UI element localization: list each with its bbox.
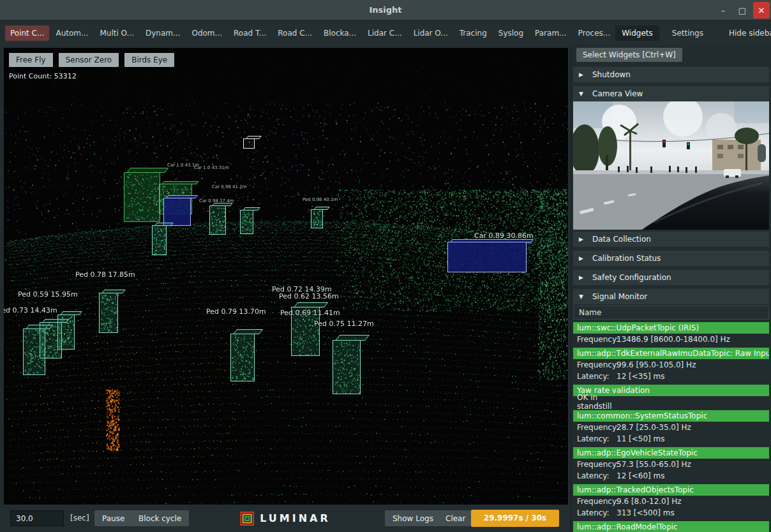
metric-label: Frequency: bbox=[577, 360, 617, 369]
tab-lidar-o[interactable]: Lidar O... bbox=[408, 26, 453, 41]
signal-metric: Frequency:57.3 [55.0-65.0] Hz bbox=[573, 459, 769, 470]
titlebar: Insight – □ ✕ bbox=[0, 0, 771, 20]
metric-label: Frequency: bbox=[577, 460, 617, 469]
maximize-button[interactable]: □ bbox=[734, 2, 751, 18]
signal-metric: Latency:11 [<50] ms bbox=[573, 433, 769, 445]
metric-label: Latency: bbox=[577, 372, 617, 381]
metric-value: 57.3 [55.0-65.0] Hz bbox=[617, 460, 691, 469]
sensor-zero-button[interactable]: Sensor Zero bbox=[59, 53, 119, 67]
minimize-button[interactable]: – bbox=[715, 2, 731, 18]
signal-status-title: lum::adp::EgoVehicleStateTopic bbox=[573, 447, 769, 459]
widgets-sidebar: Select Widgets [Ctrl+W] ▶ Shutdown ▼ Cam… bbox=[571, 45, 771, 532]
signal-row: lum::adp::EgoVehicleStateTopicFrequency:… bbox=[573, 447, 769, 482]
show-logs-button[interactable]: Show Logs bbox=[385, 510, 441, 526]
section-signal-monitor[interactable]: ▼ Signal Monitor bbox=[573, 289, 769, 304]
section-label: Camera View bbox=[592, 89, 643, 98]
section-label: Safety Configuration bbox=[592, 273, 671, 282]
signal-row: lum::adp::RoadModelTopic bbox=[573, 521, 769, 532]
tab-multi-o[interactable]: Multi O... bbox=[94, 26, 139, 41]
tab-syslog[interactable]: Syslog bbox=[493, 26, 528, 41]
point-count: Point Count: 53312 bbox=[9, 72, 77, 80]
tab-road-c[interactable]: Road C... bbox=[273, 26, 317, 41]
section-label: Shutdown bbox=[592, 70, 631, 79]
section-label: Calibration Status bbox=[592, 254, 661, 263]
signal-monitor-rows: lum::swc::UdpPacketTopic (IRIS)Frequency… bbox=[573, 322, 769, 532]
metric-value: 13486.9 [8600.0-18400.0] Hz bbox=[617, 335, 730, 344]
hide-sidebar-button[interactable]: Hide sidebar [Ctrl+H] bbox=[729, 29, 771, 38]
lidar-viewport[interactable]: Ped 0.78 17.85mPed 0.59 15.95mPed 0.73 1… bbox=[4, 48, 568, 505]
chevron-down-icon: ▼ bbox=[579, 91, 585, 97]
signal-row: lum::common::SystemStatusTopicFrequency:… bbox=[573, 410, 769, 445]
section-shutdown[interactable]: ▶ Shutdown bbox=[573, 67, 769, 82]
signal-metric: Frequency:28.7 [25.0-35.0] Hz bbox=[573, 422, 769, 433]
sidebar-tab-group: WidgetsSettings Hide sidebar [Ctrl+H] bbox=[615, 26, 771, 41]
tab-blocka[interactable]: Blocka... bbox=[318, 26, 361, 41]
metric-label: Frequency: bbox=[577, 423, 617, 432]
metric-label: Frequency: bbox=[577, 335, 617, 344]
signal-status-title: lum::adp::TrackedObjectsTopic bbox=[573, 484, 769, 496]
metric-value: 12 [<35] ms bbox=[617, 372, 665, 381]
metric-value: 99.6 [95.0-105.0] Hz bbox=[617, 360, 696, 369]
cycle-duration-input[interactable] bbox=[10, 510, 64, 526]
signal-metric: Frequency:99.6 [95.0-105.0] Hz bbox=[573, 359, 769, 371]
tab-param[interactable]: Param... bbox=[530, 26, 571, 41]
tab-list: Point C...Autom...Multi O...Dynam...Odom… bbox=[5, 26, 615, 41]
camera-photo bbox=[573, 101, 769, 230]
metric-label: OK in standstill bbox=[577, 393, 617, 411]
section-camera-view[interactable]: ▼ Camera View bbox=[573, 86, 769, 101]
block-cycle-button[interactable]: Block cycle bbox=[131, 510, 189, 526]
metric-label: Latency: bbox=[577, 434, 617, 443]
tab-odom[interactable]: Odom... bbox=[186, 26, 227, 41]
metric-value: 12 [<60] ms bbox=[617, 471, 665, 480]
signal-table-header: Name bbox=[573, 306, 769, 320]
signal-metric: Latency:12 [<60] ms bbox=[573, 470, 769, 482]
tab-tracing[interactable]: Tracing bbox=[454, 26, 492, 41]
metric-value: 9.6 [8.0-12.0] Hz bbox=[617, 497, 682, 506]
select-widgets-button[interactable]: Select Widgets [Ctrl+W] bbox=[576, 48, 682, 62]
point-cloud-canvas bbox=[4, 48, 568, 505]
tab-road-t[interactable]: Road T... bbox=[228, 26, 271, 41]
close-button[interactable]: ✕ bbox=[753, 2, 770, 18]
tabbar: Point C...Autom...Multi O...Dynam...Odom… bbox=[0, 20, 771, 45]
point-count-value: 53312 bbox=[54, 72, 77, 80]
chevron-right-icon: ▶ bbox=[579, 71, 585, 78]
clear-button[interactable]: Clear bbox=[438, 510, 473, 526]
sidebar-scrollbar[interactable] bbox=[758, 144, 766, 162]
section-data-collection[interactable]: ▶ Data Collection bbox=[573, 232, 769, 247]
camera-mode-buttons: Free Fly Sensor Zero Birds Eye bbox=[9, 53, 174, 67]
sidebar-tab-widgets[interactable]: Widgets bbox=[615, 26, 659, 41]
section-label: Signal Monitor bbox=[592, 292, 647, 301]
signal-metric: Latency:313 [<500] ms bbox=[573, 507, 769, 519]
signal-status-title: lum::swc::UdpPacketTopic (IRIS) bbox=[573, 322, 769, 334]
tab-proces[interactable]: Proces... bbox=[573, 26, 616, 41]
luminar-logo-icon bbox=[240, 512, 254, 526]
section-safety-configuration[interactable]: ▶ Safety Configuration bbox=[573, 270, 769, 285]
tab-autom[interactable]: Autom... bbox=[50, 26, 93, 41]
pause-button[interactable]: Pause bbox=[94, 510, 132, 526]
tab-lidar-c[interactable]: Lidar C... bbox=[363, 26, 407, 41]
section-calibration-status[interactable]: ▶ Calibration Status bbox=[573, 251, 769, 266]
chevron-right-icon: ▶ bbox=[579, 236, 585, 242]
tab-dynam[interactable]: Dynam... bbox=[140, 26, 185, 41]
metric-value: 313 [<500] ms bbox=[617, 508, 675, 517]
free-fly-button[interactable]: Free Fly bbox=[9, 53, 53, 67]
birds-eye-button[interactable]: Birds Eye bbox=[124, 53, 174, 67]
signal-metric: Latency:12 [<35] ms bbox=[573, 371, 769, 382]
signal-row: lum::swc::UdpPacketTopic (IRIS)Frequency… bbox=[573, 322, 769, 345]
seconds-unit-label: [sec] bbox=[70, 505, 89, 532]
signal-status-title: lum::common::SystemStatusTopic bbox=[573, 410, 769, 422]
metric-value: 11 [<50] ms bbox=[617, 434, 665, 443]
signal-metric: Frequency:9.6 [8.0-12.0] Hz bbox=[573, 496, 769, 507]
tab-point-c[interactable]: Point C... bbox=[5, 26, 49, 41]
chevron-right-icon: ▶ bbox=[579, 274, 585, 281]
sidebar-tab-settings[interactable]: Settings bbox=[666, 26, 710, 41]
signal-metric: OK in standstill bbox=[573, 396, 769, 408]
window-controls: – □ ✕ bbox=[715, 0, 770, 20]
metric-label: Frequency: bbox=[577, 497, 617, 506]
insight-app: Insight – □ ✕ Point C...Autom...Multi O.… bbox=[0, 0, 771, 532]
luminar-logo-text: LUMINAR bbox=[260, 512, 331, 524]
cycle-progress-button[interactable]: 29.9997s / 30s bbox=[471, 510, 559, 527]
window-title: Insight bbox=[0, 0, 771, 20]
metric-label: Latency: bbox=[577, 508, 617, 517]
signal-status-title: lum::adp::TdkExternalRawImuDataTopic: Ra… bbox=[573, 348, 769, 359]
